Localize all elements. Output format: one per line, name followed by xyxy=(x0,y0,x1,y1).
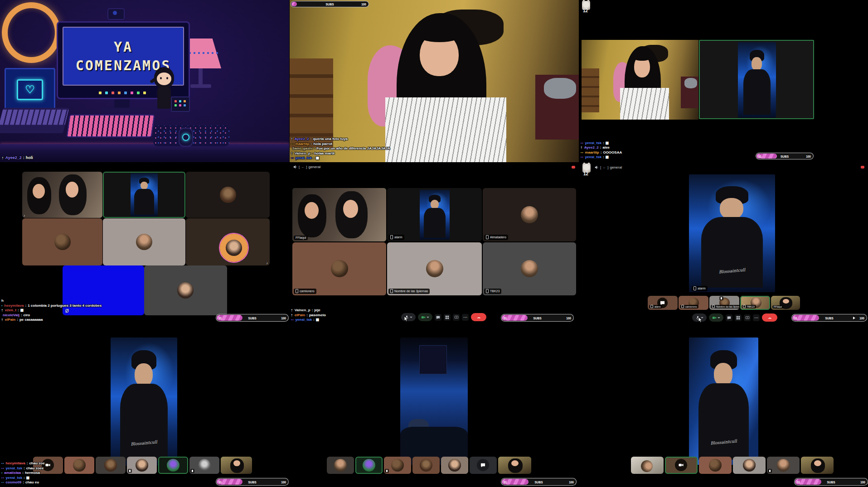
call-tile-video[interactable]: ♪ xyxy=(22,172,102,218)
chat-username[interactable]: cosmo09 xyxy=(6,480,22,485)
thumbnail-tile[interactable]: alarm xyxy=(648,296,678,310)
hangup-button[interactable] xyxy=(762,313,777,322)
participant-thumb[interactable] xyxy=(498,457,531,474)
grid-call-frame-a[interactable]: ♪ ♪ Ø h ▪heeymilava:1 colombia 2 portugu… xyxy=(0,163,289,325)
participant-thumb[interactable] xyxy=(327,457,354,474)
chat-overlay: †Ayee2_2:queria una foto tuya ▪▪maartiip… xyxy=(291,137,390,160)
call-tile-avatar[interactable] xyxy=(186,172,270,218)
webcam-frame[interactable]: SUBS 100 †Ayee2_2:queria una foto tuya ▪… xyxy=(290,0,579,162)
duo-call-frame[interactable]: 12 ▪▪yensi_tsk:▦ †Ayee2_2:alee ▪▪maartii… xyxy=(579,0,868,162)
call-tile-avatar[interactable]: Almatadero xyxy=(483,188,576,241)
participant-thumb[interactable] xyxy=(127,457,157,474)
chat-username[interactable]: Ayee2_2 xyxy=(295,137,309,141)
chat-username[interactable]: yensi_tsk xyxy=(6,476,22,480)
chat-username[interactable]: Sami_gashi xyxy=(292,146,312,151)
voice-channel-header[interactable]: [←] general xyxy=(293,165,320,169)
participant-thumb[interactable] xyxy=(221,457,252,474)
layout-button[interactable] xyxy=(735,314,742,321)
participant-thumb[interactable] xyxy=(767,457,800,474)
participant-thumb[interactable] xyxy=(441,457,468,474)
participant-thumb[interactable] xyxy=(801,457,834,474)
call-tile-avatar[interactable] xyxy=(103,218,185,265)
call-tile-video[interactable] xyxy=(103,172,185,218)
participant-thumb[interactable] xyxy=(355,457,383,474)
chat-username[interactable]: yensi_tsk xyxy=(296,318,312,322)
chat-username[interactable]: elPain xyxy=(5,318,16,322)
chat-button[interactable] xyxy=(726,314,732,321)
chat-username[interactable]: nicoleValj xyxy=(3,313,19,318)
chat-username[interactable]: heeymilava xyxy=(6,461,25,466)
chat-username[interactable]: amatistaa xyxy=(4,471,21,475)
chat-message: hola parrot xyxy=(313,142,332,146)
participant-thumb[interactable] xyxy=(64,457,94,474)
thumbnail-tile[interactable]: Nombre de las 3piernas xyxy=(709,296,739,310)
thumbnail-tile[interactable]: FFlaqui xyxy=(771,296,800,310)
chevron-down-icon[interactable] xyxy=(718,317,720,318)
participant-thumb[interactable] xyxy=(96,457,126,474)
participant-thumb[interactable] xyxy=(699,457,732,474)
chat-username[interactable]: Valnen_p xyxy=(295,151,310,156)
participant-thumb[interactable] xyxy=(665,457,698,474)
voice-channel-header[interactable]: [←] general xyxy=(595,165,622,169)
chat-username[interactable]: maartiip xyxy=(296,142,310,146)
chat-username[interactable]: Ayee2_2 xyxy=(584,145,599,150)
participant-thumb[interactable] xyxy=(158,457,188,474)
mobile-icon xyxy=(296,289,298,293)
call-tile-avatar[interactable]: TBK23 xyxy=(483,242,576,295)
participant-video-guy[interactable] xyxy=(699,40,814,119)
chat-username[interactable]: Ayee2_2 xyxy=(5,155,22,160)
phone-video[interactable] xyxy=(400,338,468,465)
more-options-button[interactable]: ⋯ xyxy=(753,314,760,321)
mic-button[interactable] xyxy=(401,313,416,321)
call-tile-avatar[interactable]: ♪ xyxy=(186,218,270,265)
camera-button[interactable] xyxy=(709,313,723,322)
chevron-down-icon[interactable] xyxy=(427,317,429,318)
back-arrow-icon[interactable]: ← xyxy=(301,165,305,169)
camera-button[interactable] xyxy=(418,313,432,321)
phone-call-frame-a[interactable]: Blossaintcull ▪▪heeymilava:chau zoe ▪▪ye… xyxy=(0,325,289,487)
back-arrow-icon[interactable]: ← xyxy=(602,165,606,169)
call-tile-avatar[interactable] xyxy=(22,218,102,265)
phone-call-frame-b[interactable]: 31 SUBS 100 xyxy=(290,325,579,487)
spotlight-call-frame[interactable]: 12 [←] general Blossaintcull alarm alarm… xyxy=(579,163,868,325)
chat-username[interactable]: yensi_tsk xyxy=(6,466,22,471)
screenshare-button[interactable] xyxy=(744,314,751,321)
more-options-button[interactable]: ⋯ xyxy=(462,314,469,321)
chat-button[interactable] xyxy=(435,314,441,321)
chat-username[interactable]: Valnen_p xyxy=(295,308,310,313)
layout-button[interactable] xyxy=(444,314,451,321)
participant-thumb[interactable] xyxy=(384,457,411,474)
chat-username[interactable]: yensi_tsk xyxy=(296,156,312,160)
subs-progress-bar: 31 SUBS 100 xyxy=(756,153,814,159)
chat-bubble-icon xyxy=(727,316,731,320)
participant-video-girl[interactable] xyxy=(582,40,698,120)
call-tile-video[interactable]: alarm xyxy=(387,188,482,241)
call-tile-video[interactable]: FFlaqui xyxy=(292,188,386,241)
grid-call-frame-b[interactable]: [←] general FFlaqui alarm Almatadero cam… xyxy=(290,163,579,325)
participant-thumb[interactable] xyxy=(470,457,497,474)
call-tile-avatar[interactable]: camionero xyxy=(292,242,386,295)
phone-video[interactable]: Blossaintcull xyxy=(111,338,177,466)
chat-username[interactable]: heeymilava xyxy=(4,304,24,308)
chat-username[interactable]: maartiip xyxy=(585,150,599,155)
chat-username[interactable]: yensi_tsk xyxy=(585,141,601,145)
thumbnail-tile[interactable]: camionero xyxy=(679,296,708,310)
screenshare-button[interactable] xyxy=(453,314,460,321)
chat-username[interactable]: yensi_tsk xyxy=(585,155,601,159)
phone-video[interactable]: Blossaintcull xyxy=(689,338,758,465)
call-tile-avatar[interactable]: Nombre de las 3piernas xyxy=(387,242,482,295)
participant-thumb[interactable] xyxy=(189,457,219,474)
participant-thumb[interactable] xyxy=(733,457,766,474)
call-tile-avatar[interactable] xyxy=(144,265,227,315)
hangup-button[interactable] xyxy=(471,313,486,321)
participant-thumb[interactable] xyxy=(631,457,664,474)
subs-progress-bar: SUBS 100 xyxy=(291,1,369,7)
chevron-down-icon[interactable] xyxy=(410,317,412,318)
phone-call-frame-c[interactable]: Blossaintcull 31 SUBS 100 xyxy=(579,325,868,487)
participant-thumb[interactable] xyxy=(412,457,440,474)
spotlight-video[interactable]: Blossaintcull xyxy=(689,174,775,292)
start-screen-frame[interactable]: YA COMENZAMOS ♡ † Ayee2_2 : holi xyxy=(0,0,289,162)
chat-username[interactable]: elPain xyxy=(295,313,305,318)
chat-username[interactable]: v2en_t xyxy=(5,308,16,313)
thumbnail-tile[interactable]: TBK23 xyxy=(740,296,770,310)
